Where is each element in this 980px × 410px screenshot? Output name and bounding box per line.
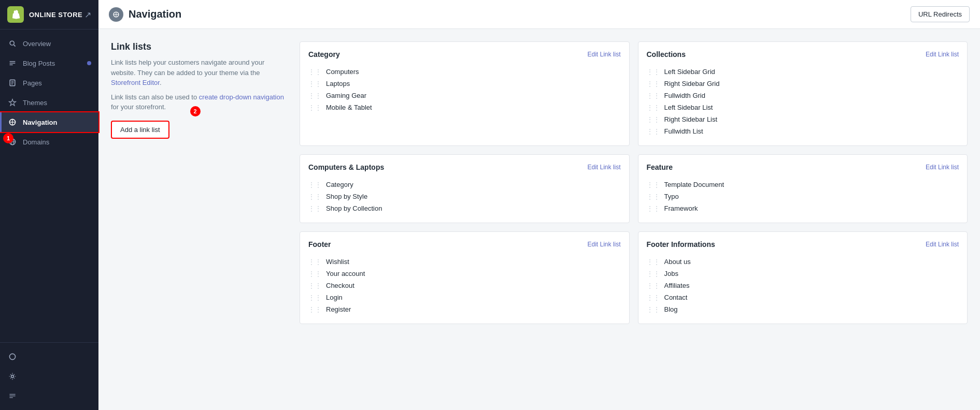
left-panel: Link lists Link lists help your customer…	[111, 41, 287, 398]
list-item: ⋮⋮Gaming Gear	[308, 90, 621, 101]
svg-rect-19	[9, 397, 12, 398]
sidebar-item-pages[interactable]: Pages	[0, 73, 98, 93]
edit-link-footer-info[interactable]: Edit Link list	[926, 241, 959, 248]
drag-dots: ⋮⋮	[647, 68, 660, 76]
card-header-collections: Collections Edit Link list	[647, 50, 959, 58]
content-area: Link lists Link lists help your customer…	[98, 29, 980, 410]
list-item: ⋮⋮Fullwidth Grid	[647, 90, 959, 101]
sidebar-nav: Overview Blog Posts Pages Themes	[0, 30, 98, 342]
edit-link-category[interactable]: Edit Link list	[587, 51, 620, 58]
list-item: ⋮⋮Typo	[647, 191, 959, 202]
create-dropdown-link[interactable]: create drop-down navigation	[199, 93, 284, 101]
list-item: ⋮⋮Register	[308, 303, 621, 315]
drag-dots: ⋮⋮	[308, 92, 322, 99]
card-header-feature: Feature Edit Link list	[647, 163, 959, 171]
drag-dots: ⋮⋮	[647, 181, 660, 188]
drag-dots: ⋮⋮	[647, 270, 660, 277]
svg-rect-4	[9, 64, 12, 65]
edit-link-footer[interactable]: Edit Link list	[587, 241, 620, 248]
card-title-feature: Feature	[647, 163, 673, 171]
sidebar-item-navigation[interactable]: Navigation 1	[0, 112, 98, 132]
url-redirects-button[interactable]: URL Redirects	[911, 6, 970, 22]
drag-dots: ⋮⋮	[647, 258, 660, 266]
themes-icon	[7, 97, 18, 108]
link-lists-desc1: Link lists help your customers navigate …	[111, 57, 287, 88]
drag-dots: ⋮⋮	[647, 80, 660, 87]
list-item: ⋮⋮Mobile & Tablet	[308, 101, 621, 113]
nav-icon-circle	[109, 7, 123, 22]
list-item: ⋮⋮Laptops	[308, 78, 621, 90]
drag-dots: ⋮⋮	[647, 282, 660, 289]
external-link-icon[interactable]: ↗	[84, 10, 91, 20]
card-title-collections: Collections	[647, 50, 686, 58]
blog-posts-label: Blog Posts	[23, 60, 55, 67]
svg-rect-3	[9, 63, 15, 64]
storefront-editor-link[interactable]: Storefront Editor	[111, 79, 160, 86]
list-item: ⋮⋮Computers	[308, 66, 621, 78]
list-item: ⋮⋮Right Sidebar Grid	[647, 78, 959, 90]
list-item: ⋮⋮Template Document	[647, 179, 959, 191]
list-item: ⋮⋮Login	[308, 291, 621, 303]
svg-rect-18	[9, 396, 15, 396]
list-item: ⋮⋮Fullwidth List	[647, 125, 959, 137]
link-card-feature: Feature Edit Link list ⋮⋮Template Docume…	[638, 154, 968, 223]
link-card-category: Category Edit Link list ⋮⋮Computers ⋮⋮La…	[300, 41, 630, 146]
list-item: ⋮⋮Shop by Collection	[308, 202, 621, 214]
themes-label: Themes	[23, 99, 47, 107]
card-title-category: Category	[308, 50, 340, 58]
card-header-footer-info: Footer Informations Edit Link list	[647, 240, 959, 248]
sidebar-item-settings2[interactable]	[0, 386, 98, 406]
list-item: ⋮⋮Your account	[308, 268, 621, 280]
edit-link-computers[interactable]: Edit Link list	[587, 164, 620, 171]
sidebar-item-blog-posts[interactable]: Blog Posts	[0, 53, 98, 73]
drag-dots: ⋮⋮	[308, 181, 322, 188]
drag-dots: ⋮⋮	[647, 104, 660, 111]
overview-label: Overview	[23, 40, 51, 48]
drag-dots: ⋮⋮	[647, 128, 660, 135]
edit-link-feature[interactable]: Edit Link list	[926, 164, 959, 171]
drag-dots: ⋮⋮	[308, 193, 322, 200]
store-name-label: ONLINE STORE	[29, 11, 82, 19]
add-link-list-button[interactable]: Add a link list	[111, 121, 169, 139]
list-item: ⋮⋮Contact	[647, 291, 959, 303]
list-item: ⋮⋮Framework	[647, 202, 959, 214]
sidebar-item-domains[interactable]: Domains	[0, 132, 98, 152]
settings2-icon	[7, 391, 18, 401]
list-item: ⋮⋮Affiliates	[647, 280, 959, 291]
svg-rect-2	[9, 61, 15, 62]
pages-label: Pages	[23, 79, 42, 87]
navigation-icon	[7, 117, 18, 127]
topbar: Navigation URL Redirects	[98, 0, 980, 29]
card-title-footer-info: Footer Informations	[647, 240, 715, 248]
drag-dots: ⋮⋮	[308, 104, 322, 111]
card-header-category: Category Edit Link list	[308, 50, 621, 58]
card-title-computers: Computers & Laptops	[308, 163, 384, 171]
blog-icon	[7, 58, 18, 68]
list-item: ⋮⋮Wishlist	[308, 256, 621, 268]
drag-dots: ⋮⋮	[308, 68, 322, 76]
svg-rect-17	[9, 394, 15, 394]
drag-dots: ⋮⋮	[647, 116, 660, 123]
edit-link-collections[interactable]: Edit Link list	[926, 51, 959, 58]
sidebar-header: ONLINE STORE ↗	[0, 0, 98, 30]
list-item: ⋮⋮Checkout	[308, 280, 621, 291]
svg-line-1	[13, 45, 15, 46]
shopify-logo	[7, 6, 24, 23]
card-header-footer: Footer Edit Link list	[308, 240, 621, 248]
sidebar-item-overview[interactable]: Overview	[0, 34, 98, 53]
svg-point-16	[11, 375, 14, 378]
sidebar-item-settings[interactable]	[0, 367, 98, 386]
link-card-computers-laptops: Computers & Laptops Edit Link list ⋮⋮Cat…	[300, 154, 630, 223]
link-card-footer: Footer Edit Link list ⋮⋮Wishlist ⋮⋮Your …	[300, 231, 630, 324]
svg-point-0	[10, 41, 14, 45]
list-item: ⋮⋮Shop by Style	[308, 191, 621, 202]
list-item: ⋮⋮Jobs	[647, 268, 959, 280]
navigation-label: Navigation	[23, 119, 57, 126]
drag-dots: ⋮⋮	[308, 80, 322, 87]
sidebar-item-themes[interactable]: Themes	[0, 93, 98, 112]
list-item: ⋮⋮Category	[308, 179, 621, 191]
globe-icon	[7, 352, 18, 362]
sidebar-item-globe[interactable]	[0, 347, 98, 367]
sidebar: ONLINE STORE ↗ Overview Blog Posts Pages	[0, 0, 98, 410]
link-card-footer-informations: Footer Informations Edit Link list ⋮⋮Abo…	[638, 231, 968, 324]
